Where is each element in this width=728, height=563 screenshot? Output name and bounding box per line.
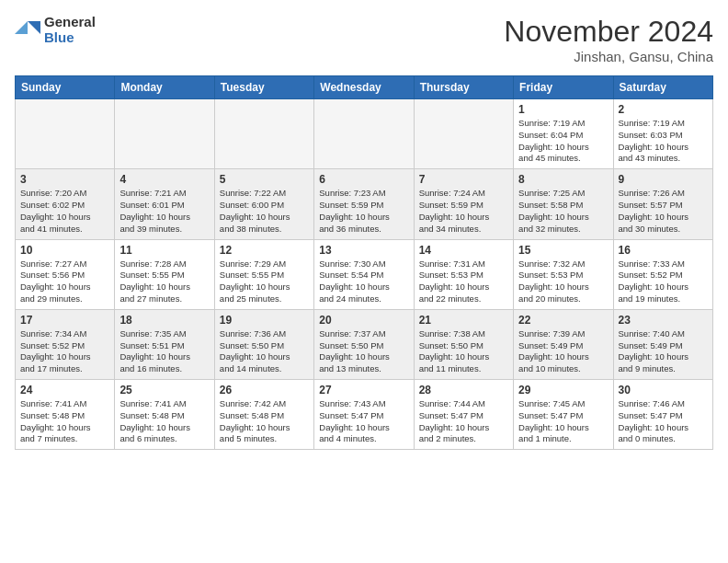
day-number: 19 xyxy=(220,314,309,327)
day-info: Sunrise: 7:23 AM Sunset: 5:59 PM Dayligh… xyxy=(319,188,408,235)
day-number: 26 xyxy=(220,384,309,396)
calendar-day-cell: 7Sunrise: 7:24 AM Sunset: 5:59 PM Daylig… xyxy=(414,169,513,239)
day-number: 6 xyxy=(319,173,408,186)
weekday-header-thursday: Thursday xyxy=(414,76,513,99)
day-number: 12 xyxy=(220,244,309,257)
calendar-day-cell: 6Sunrise: 7:23 AM Sunset: 5:59 PM Daylig… xyxy=(314,169,414,239)
calendar-day-cell: 9Sunrise: 7:26 AM Sunset: 5:57 PM Daylig… xyxy=(613,169,712,239)
day-info: Sunrise: 7:26 AM Sunset: 5:57 PM Dayligh… xyxy=(619,188,708,235)
logo-general-text: General xyxy=(44,15,96,30)
calendar-day-cell: 20Sunrise: 7:37 AM Sunset: 5:50 PM Dayli… xyxy=(314,309,414,379)
calendar-week-row: 1Sunrise: 7:19 AM Sunset: 6:04 PM Daylig… xyxy=(16,99,713,169)
weekday-header-tuesday: Tuesday xyxy=(214,76,313,99)
day-number: 2 xyxy=(619,103,708,116)
calendar-day-cell: 25Sunrise: 7:41 AM Sunset: 5:48 PM Dayli… xyxy=(115,380,214,450)
calendar-day-cell: 23Sunrise: 7:40 AM Sunset: 5:49 PM Dayli… xyxy=(613,309,712,379)
day-number: 25 xyxy=(119,384,209,396)
weekday-header-saturday: Saturday xyxy=(613,76,712,99)
calendar-day-cell: 28Sunrise: 7:44 AM Sunset: 5:47 PM Dayli… xyxy=(414,380,513,450)
day-number: 10 xyxy=(20,244,109,257)
calendar-day-cell: 4Sunrise: 7:21 AM Sunset: 6:01 PM Daylig… xyxy=(115,169,214,239)
day-info: Sunrise: 7:44 AM Sunset: 5:47 PM Dayligh… xyxy=(419,398,508,445)
weekday-header-sunday: Sunday xyxy=(16,76,115,99)
day-number: 24 xyxy=(20,384,109,396)
day-info: Sunrise: 7:28 AM Sunset: 5:55 PM Dayligh… xyxy=(119,259,209,305)
calendar-week-row: 24Sunrise: 7:41 AM Sunset: 5:48 PM Dayli… xyxy=(16,380,713,450)
logo-icon xyxy=(15,17,40,43)
calendar-day-cell: 2Sunrise: 7:19 AM Sunset: 6:03 PM Daylig… xyxy=(613,99,712,169)
day-info: Sunrise: 7:41 AM Sunset: 5:48 PM Dayligh… xyxy=(20,398,109,445)
day-info: Sunrise: 7:40 AM Sunset: 5:49 PM Dayligh… xyxy=(619,328,708,375)
calendar-day-cell: 11Sunrise: 7:28 AM Sunset: 5:55 PM Dayli… xyxy=(115,239,214,309)
day-number: 27 xyxy=(319,384,408,396)
calendar-day-cell: 12Sunrise: 7:29 AM Sunset: 5:55 PM Dayli… xyxy=(214,239,313,309)
day-info: Sunrise: 7:21 AM Sunset: 6:01 PM Dayligh… xyxy=(119,188,209,235)
day-number: 7 xyxy=(419,173,508,186)
calendar-day-cell: 5Sunrise: 7:22 AM Sunset: 6:00 PM Daylig… xyxy=(214,169,313,239)
calendar-day-cell: 26Sunrise: 7:42 AM Sunset: 5:48 PM Dayli… xyxy=(214,380,313,450)
calendar-day-cell: 3Sunrise: 7:20 AM Sunset: 6:02 PM Daylig… xyxy=(16,169,115,239)
calendar-day-cell: 27Sunrise: 7:43 AM Sunset: 5:47 PM Dayli… xyxy=(314,380,414,450)
calendar-table: SundayMondayTuesdayWednesdayThursdayFrid… xyxy=(15,75,713,450)
day-number: 22 xyxy=(518,314,608,327)
day-info: Sunrise: 7:34 AM Sunset: 5:52 PM Dayligh… xyxy=(20,328,109,375)
calendar-day-cell: 14Sunrise: 7:31 AM Sunset: 5:53 PM Dayli… xyxy=(414,239,513,309)
calendar-day-cell xyxy=(414,99,513,169)
logo: General Blue xyxy=(15,15,96,45)
calendar-day-cell: 13Sunrise: 7:30 AM Sunset: 5:54 PM Dayli… xyxy=(314,239,414,309)
day-info: Sunrise: 7:29 AM Sunset: 5:55 PM Dayligh… xyxy=(220,259,309,305)
day-info: Sunrise: 7:43 AM Sunset: 5:47 PM Dayligh… xyxy=(319,398,408,445)
day-info: Sunrise: 7:31 AM Sunset: 5:53 PM Dayligh… xyxy=(419,259,508,305)
calendar-day-cell: 30Sunrise: 7:46 AM Sunset: 5:47 PM Dayli… xyxy=(613,380,712,450)
calendar-week-row: 10Sunrise: 7:27 AM Sunset: 5:56 PM Dayli… xyxy=(16,239,713,309)
calendar-title: November 2024 xyxy=(504,15,713,49)
calendar-day-cell xyxy=(115,99,214,169)
day-number: 20 xyxy=(319,314,408,327)
weekday-header-wednesday: Wednesday xyxy=(314,76,414,99)
calendar-day-cell: 15Sunrise: 7:32 AM Sunset: 5:53 PM Dayli… xyxy=(514,239,613,309)
day-info: Sunrise: 7:25 AM Sunset: 5:58 PM Dayligh… xyxy=(518,188,608,235)
day-number: 5 xyxy=(220,173,309,186)
day-number: 13 xyxy=(319,244,408,257)
day-info: Sunrise: 7:32 AM Sunset: 5:53 PM Dayligh… xyxy=(518,259,608,305)
day-info: Sunrise: 7:39 AM Sunset: 5:49 PM Dayligh… xyxy=(518,328,608,375)
day-info: Sunrise: 7:20 AM Sunset: 6:02 PM Dayligh… xyxy=(20,188,109,235)
calendar-day-cell xyxy=(214,99,313,169)
day-number: 8 xyxy=(518,173,608,186)
weekday-header-row: SundayMondayTuesdayWednesdayThursdayFrid… xyxy=(16,76,713,99)
day-info: Sunrise: 7:42 AM Sunset: 5:48 PM Dayligh… xyxy=(220,398,309,445)
logo-text: General Blue xyxy=(44,15,96,45)
day-info: Sunrise: 7:38 AM Sunset: 5:50 PM Dayligh… xyxy=(419,328,508,375)
day-info: Sunrise: 7:27 AM Sunset: 5:56 PM Dayligh… xyxy=(20,259,109,305)
calendar-day-cell: 18Sunrise: 7:35 AM Sunset: 5:51 PM Dayli… xyxy=(115,309,214,379)
day-info: Sunrise: 7:37 AM Sunset: 5:50 PM Dayligh… xyxy=(319,328,408,375)
svg-marker-0 xyxy=(28,21,40,34)
day-number: 28 xyxy=(419,384,508,396)
day-info: Sunrise: 7:35 AM Sunset: 5:51 PM Dayligh… xyxy=(119,328,209,375)
calendar-day-cell: 17Sunrise: 7:34 AM Sunset: 5:52 PM Dayli… xyxy=(16,309,115,379)
calendar-day-cell xyxy=(314,99,414,169)
weekday-header-monday: Monday xyxy=(115,76,214,99)
day-number: 9 xyxy=(619,173,708,186)
day-info: Sunrise: 7:22 AM Sunset: 6:00 PM Dayligh… xyxy=(220,188,309,235)
calendar-day-cell: 16Sunrise: 7:33 AM Sunset: 5:52 PM Dayli… xyxy=(613,239,712,309)
day-number: 1 xyxy=(518,103,608,116)
day-info: Sunrise: 7:41 AM Sunset: 5:48 PM Dayligh… xyxy=(119,398,209,445)
day-number: 15 xyxy=(518,244,608,257)
day-number: 17 xyxy=(20,314,109,327)
day-number: 4 xyxy=(119,173,209,186)
logo-blue-text: Blue xyxy=(44,30,96,46)
day-number: 18 xyxy=(119,314,209,327)
day-info: Sunrise: 7:30 AM Sunset: 5:54 PM Dayligh… xyxy=(319,259,408,305)
calendar-day-cell: 22Sunrise: 7:39 AM Sunset: 5:49 PM Dayli… xyxy=(514,309,613,379)
day-number: 29 xyxy=(518,384,608,396)
day-info: Sunrise: 7:33 AM Sunset: 5:52 PM Dayligh… xyxy=(619,259,708,305)
calendar-day-cell: 24Sunrise: 7:41 AM Sunset: 5:48 PM Dayli… xyxy=(16,380,115,450)
day-info: Sunrise: 7:46 AM Sunset: 5:47 PM Dayligh… xyxy=(619,398,708,445)
day-info: Sunrise: 7:19 AM Sunset: 6:03 PM Dayligh… xyxy=(619,118,708,165)
weekday-header-friday: Friday xyxy=(514,76,613,99)
day-number: 16 xyxy=(619,244,708,257)
page-header: General Blue November 2024 Jinshan, Gans… xyxy=(15,15,713,64)
day-info: Sunrise: 7:36 AM Sunset: 5:50 PM Dayligh… xyxy=(220,328,309,375)
calendar-location: Jinshan, Gansu, China xyxy=(504,49,713,64)
